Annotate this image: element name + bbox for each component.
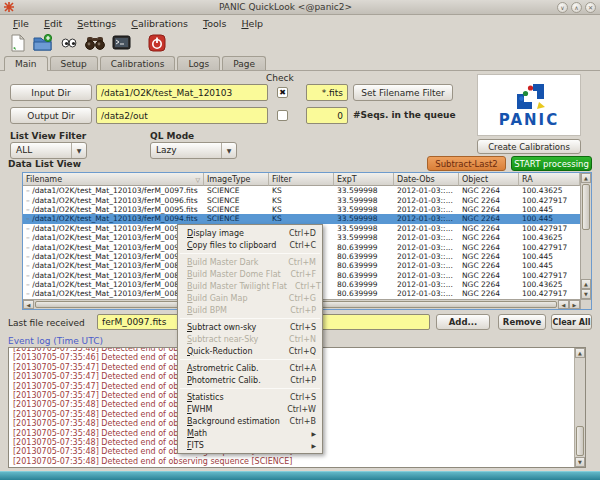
menu-item-display-image[interactable]: Display imageCtrl+D [179, 227, 321, 239]
cell-dateobs: 2012-01-03::... [394, 233, 459, 242]
column-header-filename[interactable]: Filename▽ [23, 173, 204, 186]
toolbar [0, 31, 600, 55]
scroll-down-icon[interactable]: ▼ [575, 457, 585, 467]
menu-item-statistics[interactable]: StatisticsCtrl+S [179, 391, 321, 403]
menu-item-subtract-own-sky[interactable]: Subtract own-skyCtrl+S [179, 321, 321, 333]
column-header-label: ExpT [337, 175, 357, 184]
subtract-last2-button[interactable]: Subtract-Last2 [427, 156, 506, 171]
cell-dateobs: 2012-01-03::... [394, 289, 459, 298]
context-menu: Display imageCtrl+DCopy files to clipboa… [177, 224, 323, 454]
menu-item-label: Display image [187, 229, 244, 238]
last-file-received-label: Last file received [8, 318, 85, 328]
menu-item-background-estimation[interactable]: Background estimationCtrl+B [179, 415, 321, 427]
cell-expt: 80.639999 [334, 280, 394, 289]
add-button[interactable]: Add... [436, 314, 490, 330]
start-processing-button[interactable]: START processing [511, 156, 592, 171]
tab-logs[interactable]: Logs [177, 56, 220, 70]
menu-item-label: Copy files to clipboard [187, 241, 276, 250]
table-row[interactable]: – /data1/O2K/test_Mat_120103/ferM_0096.f… [23, 195, 580, 204]
cell-object: NGC 2264 [459, 271, 519, 280]
menu-item-label: Math [187, 429, 207, 438]
column-header-expt[interactable]: ExpT [334, 173, 394, 186]
menu-help[interactable]: Help [234, 17, 270, 30]
scroll-left-icon[interactable]: ◀ [23, 300, 34, 309]
cell-ra: 100.445 [519, 252, 580, 261]
scroll-right-icon[interactable]: ▶ [569, 300, 580, 309]
filename-filter-field[interactable] [306, 84, 348, 101]
check-label: Check [266, 73, 294, 83]
tab-page[interactable]: Page [222, 56, 266, 70]
quit-power-icon[interactable] [147, 33, 167, 53]
menu-settings[interactable]: Settings [70, 17, 123, 30]
clear-all-button[interactable]: Clear All [551, 314, 592, 330]
menu-calibrations[interactable]: Calibrations [124, 17, 195, 30]
tab-calibrations[interactable]: Calibrations [100, 56, 176, 70]
scroll-up-icon[interactable]: ▲ [581, 279, 591, 289]
close-icon[interactable]: ✕ [585, 2, 596, 13]
log-vertical-scrollbar[interactable]: ▲ ▼ [574, 348, 585, 467]
cell-filename-text: /data1/O2K/test_Mat_120103/ferM_0096.fit… [32, 196, 198, 205]
input-dir-checkbox[interactable]: ✖ [277, 87, 288, 98]
list-view-filter-combo[interactable]: ALL ▼ [10, 142, 87, 159]
scroll-thumb[interactable] [582, 184, 590, 230]
eyes-icon[interactable] [59, 33, 79, 53]
cell-filename-text: /data1/O2K/test_Mat_120103/ferM_0093.fit… [32, 224, 198, 233]
binoculars-icon[interactable] [85, 33, 105, 53]
menu-item-fits[interactable]: FITS▶ [179, 439, 321, 451]
set-filename-filter-button[interactable]: Set Filename Filter [353, 84, 453, 101]
panic-logo-text: PANIC [499, 113, 559, 127]
cell-expt: 33.599998 [334, 196, 394, 205]
table-row[interactable]: – /data1/O2K/test_Mat_120103/ferM_0097.f… [23, 186, 580, 195]
cell-expt: 80.639999 [334, 252, 394, 261]
scroll-up-icon[interactable]: ▲ [575, 348, 585, 358]
minimize-icon[interactable]: ∨ [557, 2, 568, 13]
column-header-imagetype[interactable]: ImageType [204, 173, 269, 186]
output-dir-button[interactable]: Output Dir [10, 107, 92, 124]
table-vertical-scrollbar[interactable]: ▲ ▲ ▼ [580, 173, 591, 299]
cell-expt: 33.599998 [334, 205, 394, 214]
column-header-object[interactable]: Object [459, 173, 519, 186]
menu-edit[interactable]: Edit [37, 17, 69, 30]
tab-main[interactable]: Main [4, 56, 48, 71]
cell-object: NGC 2264 [459, 252, 519, 261]
menu-item-copy-files-to-clipboard[interactable]: Copy files to clipboardCtrl+C [179, 239, 321, 251]
tab-setup[interactable]: Setup [50, 56, 98, 70]
menu-file[interactable]: File [6, 17, 36, 30]
cell-filename: – /data1/O2K/test_Mat_120103/ferM_0096.f… [23, 196, 204, 205]
output-dir-checkbox[interactable] [277, 110, 288, 121]
menu-item-fwhm[interactable]: FWHMCtrl+W [179, 403, 321, 415]
table-row[interactable]: – /data1/O2K/test_Mat_120103/ferM_0094.f… [23, 214, 580, 223]
scroll-left-icon[interactable]: ◀ [558, 300, 569, 309]
cell-ra: 100.427917 [519, 243, 580, 252]
cell-object: NGC 2264 [459, 205, 519, 214]
table-row[interactable]: – /data1/O2K/test_Mat_120103/ferM_0095.f… [23, 205, 580, 214]
scroll-down-icon[interactable]: ▼ [581, 289, 591, 299]
scroll-thumb[interactable] [576, 426, 584, 456]
new-file-icon[interactable] [7, 33, 27, 53]
column-header-ra[interactable]: RA [519, 173, 580, 186]
menubar: FileEditSettingsCalibrationsToolsHelp [0, 16, 600, 31]
menu-item-quick-reduction[interactable]: Quick-ReductionCtrl+Q [179, 345, 321, 357]
open-folder-icon[interactable] [33, 33, 53, 53]
data-list-view-title: Data List View [8, 159, 81, 169]
column-header-date-obs[interactable]: Date-Obs [394, 173, 459, 186]
display-terminal-icon[interactable] [111, 33, 131, 53]
column-header-filter[interactable]: Filter [269, 173, 334, 186]
scroll-up-icon[interactable]: ▲ [581, 173, 591, 183]
ql-mode-combo[interactable]: Lazy ▼ [150, 142, 237, 159]
menu-item-photometric-calib-[interactable]: Photometric Calib.Ctrl+P [179, 374, 321, 386]
menu-item-shortcut: Ctrl+P [282, 306, 316, 315]
seqs-queue-field[interactable] [306, 107, 348, 124]
column-header-label: Date-Obs [397, 175, 435, 184]
menu-item-math[interactable]: Math▶ [179, 427, 321, 439]
cell-ra: 100.427917 [519, 196, 580, 205]
create-calibrations-button[interactable]: Create Calibrations [477, 139, 581, 154]
menu-item-shortcut: Ctrl+C [281, 241, 316, 250]
maximize-icon[interactable]: ∧ [571, 2, 582, 13]
input-dir-button[interactable]: Input Dir [10, 84, 92, 101]
menu-tools[interactable]: Tools [196, 17, 233, 30]
remove-button[interactable]: Remove [498, 314, 546, 330]
input-dir-field[interactable] [96, 84, 268, 101]
menu-item-astrometric-calib-[interactable]: Astrometric Calib.Ctrl+A [179, 362, 321, 374]
output-dir-field[interactable] [96, 107, 268, 124]
